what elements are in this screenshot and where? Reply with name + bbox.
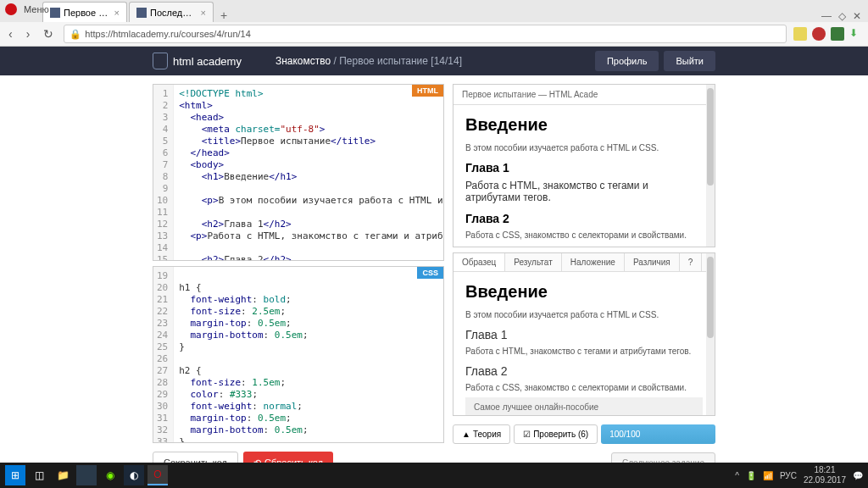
close-window-icon[interactable]: ✕ [853, 10, 861, 22]
profile-button[interactable]: Профиль [595, 51, 659, 71]
sample-text: В этом пособии изучается работа с HTML и… [465, 310, 703, 319]
css-editor[interactable]: CSS 192021222324252627282930313233343536… [153, 266, 444, 443]
app-icon[interactable]: ◉ [100, 465, 120, 485]
html-editor[interactable]: HTML 12345678910111213141516171819 <!DOC… [153, 84, 444, 261]
extension-icons: ⬇ [793, 27, 863, 41]
explorer-icon[interactable]: 📁 [53, 465, 73, 485]
sample-preview-panel: Образец Результат Наложение Различия ? В… [453, 252, 715, 416]
steam-icon[interactable]: ◐ [124, 465, 144, 485]
sample-h2: Глава 1 [465, 328, 703, 341]
preview-text: Работа с HTML, знакомство с тегами и атр… [465, 180, 703, 203]
breadcrumb: Знакомство / Первое испытание [14/14] [275, 55, 462, 67]
sample-h2: Глава 2 [465, 364, 703, 378]
css-code[interactable]: h1 { font-weight: bold; font-size: 2.5em… [174, 267, 443, 442]
tab-label: Последние 51. Знакомств [150, 8, 196, 18]
url-text: https://htmlacademy.ru/courses/4/run/14 [85, 29, 250, 39]
ext-icon[interactable] [793, 27, 807, 41]
line-gutter: 1920212223242526272829303132333435363738 [153, 267, 174, 442]
browser-tab-bar: Меню Первое испытание — Зн × Последние 5… [0, 0, 868, 22]
close-icon[interactable]: × [201, 8, 206, 18]
lock-icon: 🔒 [70, 29, 81, 40]
logo-text: html academy [173, 56, 242, 67]
tab-diff[interactable]: Различия [625, 253, 680, 271]
preview-text: Работа с CSS, знакомство с селекторами и… [465, 230, 703, 240]
book-icon: ▲ [462, 430, 470, 439]
result-toolbar: ▲Теория ☑Проверить (6) 100/100 [453, 424, 715, 444]
preview-content: Введение В этом пособии изучается работа… [453, 105, 715, 247]
maximize-icon[interactable]: ◇ [838, 10, 846, 22]
logout-button[interactable]: Выйти [664, 51, 715, 71]
tab-label: Первое испытание — Зн [64, 8, 109, 18]
sample-text: Работа с HTML, знакомство с тегами и атр… [465, 347, 703, 356]
url-input[interactable]: 🔒 https://htmlacademy.ru/courses/4/run/1… [64, 25, 787, 43]
tab-help[interactable]: ? [680, 253, 703, 271]
breadcrumb-current: Первое испытание [14/14] [339, 55, 462, 67]
tray-chevron-icon[interactable]: ^ [735, 471, 739, 480]
sample-content: Введение В этом пособии изучается работа… [453, 272, 715, 415]
theory-button[interactable]: ▲Теория [453, 424, 510, 444]
action-center-icon[interactable]: 💬 [853, 471, 863, 480]
network-icon[interactable]: 📶 [763, 471, 773, 480]
reload-icon[interactable]: ↻ [40, 27, 57, 41]
minimize-icon[interactable]: — [821, 10, 832, 22]
system-tray: ^ 🔋 📶 РУС 18:21 22.09.2017 💬 [735, 465, 863, 485]
result-preview-panel: Первое испытание — HTML Acade Введение В… [453, 84, 715, 247]
sample-h1: Введение [465, 282, 703, 302]
app-icon[interactable] [76, 465, 97, 485]
site-logo[interactable]: html academy [153, 53, 242, 69]
address-bar: ‹ › ↻ 🔒 https://htmlacademy.ru/courses/4… [0, 22, 868, 46]
preview-column: Первое испытание — HTML Acade Введение В… [453, 84, 715, 474]
preview-h2: Глава 1 [465, 161, 703, 175]
windows-taskbar: ⊞ ◫ 📁 ◉ ◐ O ^ 🔋 📶 РУС 18:21 22.09.2017 💬 [0, 463, 868, 488]
task-view-icon[interactable]: ◫ [29, 465, 49, 485]
tab-sample[interactable]: Образец [453, 253, 505, 271]
browser-tab-0[interactable]: Первое испытание — Зн × [42, 2, 127, 22]
opera-logo-icon [5, 3, 17, 15]
preview-mode-tabs: Образец Результат Наложение Различия ? [453, 253, 715, 272]
browser-tab-1[interactable]: Последние 51. Знакомств × [129, 2, 214, 22]
score-button[interactable]: 100/100 [601, 424, 715, 444]
new-tab-button[interactable]: + [215, 8, 232, 22]
shield-icon [153, 53, 168, 69]
scrollbar[interactable] [706, 85, 715, 247]
ext-icon[interactable] [831, 27, 844, 41]
tab-result[interactable]: Результат [505, 253, 561, 271]
css-badge: CSS [417, 267, 443, 279]
check-icon: ☑ [523, 430, 531, 439]
html-badge: HTML [412, 85, 443, 97]
preview-h2: Глава 2 [465, 212, 703, 225]
forward-icon[interactable]: › [23, 27, 34, 41]
preview-title-tab: Первое испытание — HTML Acade [453, 85, 715, 105]
main-area: HTML 12345678910111213141516171819 <!DOC… [0, 75, 868, 474]
download-icon[interactable]: ⬇ [849, 27, 863, 41]
preview-h1: Введение [465, 115, 703, 135]
sample-text: Работа с CSS, знакомство с селекторами и… [465, 383, 703, 392]
tab-favicon-icon [50, 8, 60, 18]
page-header: html academy Знакомство / Первое испытан… [0, 47, 868, 75]
preview-text: В этом пособии изучается работа с HTML и… [465, 143, 703, 152]
tab-favicon-icon [136, 8, 147, 18]
ext-icon[interactable] [812, 27, 826, 41]
clock[interactable]: 18:21 22.09.2017 [804, 465, 846, 485]
opera-icon[interactable]: O [147, 465, 168, 485]
lang-indicator[interactable]: РУС [780, 471, 797, 480]
breadcrumb-link[interactable]: Знакомство [275, 55, 331, 67]
line-gutter: 12345678910111213141516171819 [153, 85, 174, 260]
browser-menu-label[interactable]: Меню [24, 4, 49, 14]
battery-icon[interactable]: 🔋 [746, 471, 756, 480]
close-icon[interactable]: × [114, 8, 120, 18]
tab-overlay[interactable]: Наложение [562, 253, 625, 271]
scrollbar[interactable] [706, 253, 715, 415]
start-button[interactable]: ⊞ [5, 465, 25, 485]
html-code[interactable]: <!DOCTYPE html> <html> <head> <meta char… [174, 85, 443, 260]
check-button[interactable]: ☑Проверить (6) [514, 424, 598, 444]
editors-column: HTML 12345678910111213141516171819 <!DOC… [153, 84, 444, 474]
cite-box: Самое лучшее онлайн-пособие [465, 397, 703, 415]
back-icon[interactable]: ‹ [5, 27, 16, 41]
browser-chrome: Меню Первое испытание — Зн × Последние 5… [0, 0, 868, 47]
